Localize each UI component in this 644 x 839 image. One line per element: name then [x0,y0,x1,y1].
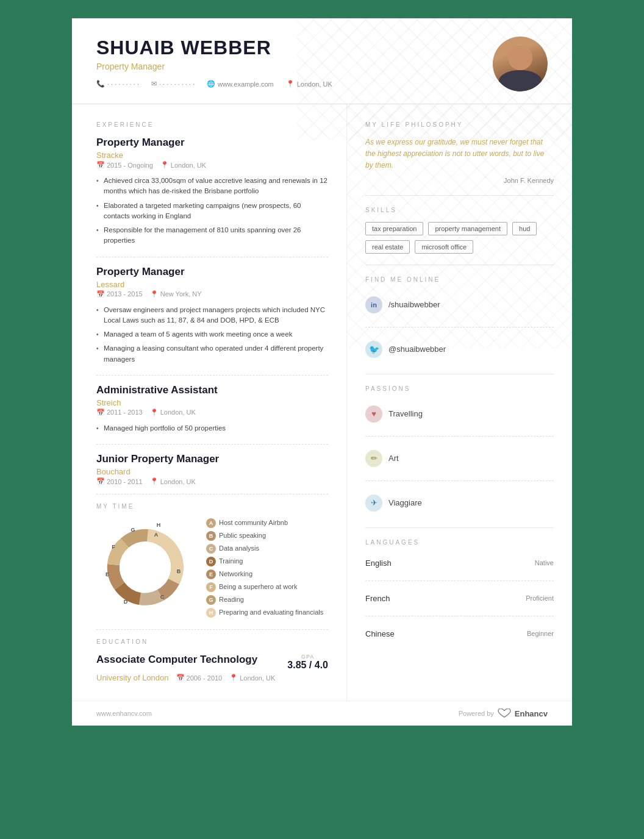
header: SHUAIB WEBBER Property Manager 📞 · · · ·… [72,18,572,104]
linkedin-icon: in [365,296,382,313]
resume-page: SHUAIB WEBBER Property Manager 📞 · · · ·… [72,18,572,726]
edu-location: 📍 London, UK [229,674,275,682]
philosophy-title: MY LIFE PHILOSOPHY [365,121,554,128]
skills-section: SKILLS tax preparation property manageme… [365,207,554,254]
heart-icon: ♥ [365,405,382,423]
job-0-period: 📅 2015 - Ongoing [96,161,153,169]
bullet-item: Elaborated a targeted marketing campaign… [96,199,328,224]
right-column: MY LIFE PHILOSOPHY As we express our gra… [347,104,572,701]
avatar [493,37,548,91]
gpa-label: GPA [287,654,328,660]
plane-icon: ✈ [365,494,382,512]
bullet-item: Managing a leasing consultant who operat… [96,341,328,366]
bullet-item: Responsible for the management of 810 un… [96,223,328,248]
pin-icon: 📍 [150,290,159,298]
language-level: Proficient [526,594,554,602]
skill-tag: microsoft office [415,240,473,254]
language-english: English Native [365,554,554,572]
phone-item: 📞 · · · · · · · · · [96,80,139,88]
job-1: Property Manager Lessard 📅 2013 - 2015 📍… [96,266,328,366]
edu-meta: University of London 📅 2006 - 2010 📍 Lon… [96,673,328,682]
philosophy-quote: As we express our gratitude, we must nev… [365,137,554,172]
pie-legend: A Host community Airbnb B Public speakin… [206,518,328,621]
legend-item-h: H Preparing and evaluating financials [206,608,328,618]
job-1-company: Lessard [96,280,328,289]
job-3-period: 📅 2010 - 2011 [96,477,143,485]
bullet-item: Managed a team of 5 agents with work mee… [96,327,328,341]
job-2-company: Streich [96,398,328,407]
skills-title: SKILLS [365,207,554,213]
philosophy-section: MY LIFE PHILOSOPHY As we express our gra… [365,121,554,184]
experience-title: EXPERIENCE [96,121,328,128]
location-value: London, UK [297,80,332,88]
globe-icon: 🌐 [207,80,215,88]
skill-tag: hud [512,222,537,235]
job-0-bullets: Achieved circa 33,000sqm of value accret… [96,174,328,248]
phone-icon: 📞 [96,80,105,88]
bullet-item: Managed high portfolio of 50 properties [96,421,328,435]
passion-label: Viaggiare [388,498,422,507]
gpa-value: 3.85 / 4.0 [287,660,328,671]
passions-title: PASSIONS [365,385,554,392]
passions-section: PASSIONS ♥ Travelling ✏ Art ✈ Viaggiare [365,385,554,516]
job-2-meta: 📅 2011 - 2013 📍 London, UK [96,409,328,416]
twitter-icon: 🐦 [365,341,382,358]
edu-gpa-block: GPA 3.85 / 4.0 [287,654,328,671]
job-2-title: Administrative Assistant [96,384,328,396]
pin-icon: 📍 [229,674,238,682]
left-column: EXPERIENCE Property Manager Stracke 📅 20… [72,104,347,701]
passion-label: Travelling [388,409,423,418]
location-icon: 📍 [286,80,295,88]
job-3-location: 📍 London, UK [150,477,196,485]
education-section: EDUCATION Associate Computer Technology … [96,638,328,682]
skill-tag: real estate [365,240,410,254]
calendar-icon: 📅 [96,290,105,298]
language-level: Beginner [527,630,554,637]
legend-item-f: F Being a superhero at work [206,582,328,592]
pin-icon: 📍 [150,409,159,416]
legend-item-g: G Reading [206,595,328,605]
edu-school: University of London [96,673,169,682]
job-0-meta: 📅 2015 - Ongoing 📍 London, UK [96,161,328,169]
svg-text:G: G [131,527,135,533]
calendar-icon: 📅 [96,477,105,485]
job-1-bullets: Oversaw engineers and project managers p… [96,303,328,366]
svg-text:C: C [160,594,165,600]
passion-art: ✏ Art [365,445,554,472]
svg-text:A: A [154,532,159,538]
language-name: French [365,594,390,603]
linkedin-handle: /shuaibwebber [388,300,440,309]
bullet-item: Oversaw engineers and project managers p… [96,303,328,328]
twitter-handle: @shuaibwebber [388,345,446,354]
language-name: Chinese [365,629,395,638]
job-1-period: 📅 2013 - 2015 [96,290,143,298]
job-0-location: 📍 London, UK [160,161,206,169]
passion-travelling: ♥ Travelling [365,401,554,427]
edu-info: Associate Computer Technology [96,654,257,666]
experience-section: EXPERIENCE Property Manager Stracke 📅 20… [96,121,328,494]
enhancv-heart-icon [497,709,512,718]
legend-item-c: C Data analysis [206,544,328,554]
job-2-period: 📅 2011 - 2013 [96,409,143,416]
passion-viaggiare: ✈ Viaggiare [365,490,554,516]
edu-header: Associate Computer Technology GPA 3.85 /… [96,654,328,671]
languages-section: LANGUAGES English Native French Proficie… [365,539,554,643]
philosophy-author: John F. Kennedy [365,177,554,184]
phone-value: · · · · · · · · · [107,80,139,88]
svg-text:E: E [106,571,109,577]
location-item: 📍 London, UK [286,80,332,88]
my-time-section: MY TIME [96,503,328,621]
svg-text:D: D [124,599,128,605]
language-level: Native [535,559,554,566]
email-item: ✉ · · · · · · · · · · [151,80,195,88]
job-1-meta: 📅 2013 - 2015 📍 New York, NY [96,290,328,298]
my-time-title: MY TIME [96,503,328,510]
my-time-content: A B C D E F G H [96,518,328,621]
skill-tag: tax preparation [365,222,423,235]
contact-bar: 📞 · · · · · · · · · ✉ · · · · · · · · · … [96,80,493,88]
skill-tag: property management [428,222,507,235]
job-2-bullets: Managed high portfolio of 50 properties [96,421,328,435]
website-value: www.example.com [218,80,274,88]
header-left: SHUAIB WEBBER Property Manager 📞 · · · ·… [96,37,493,88]
job-2: Administrative Assistant Streich 📅 2011 … [96,384,328,435]
